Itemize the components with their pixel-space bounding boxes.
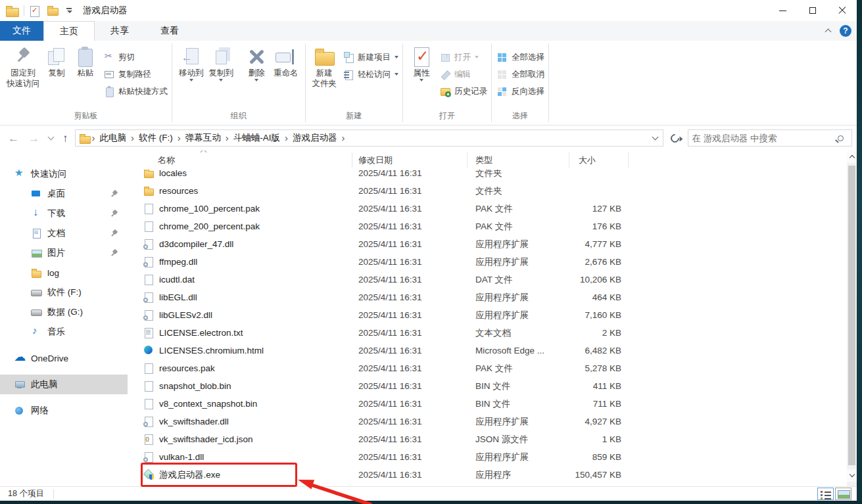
paste-button[interactable]: 粘贴 <box>71 43 100 80</box>
sidebar-item-downloads[interactable]: 下载 <box>0 204 128 223</box>
address-bar[interactable]: ›此电脑›软件 (F:)›弹幕互动›斗蛐蛐-AI版›游戏启动器› <box>75 129 663 147</box>
cut-button[interactable]: 剪切 <box>104 49 168 66</box>
easy-access-button[interactable]: 轻松访问 <box>343 66 398 83</box>
pin-to-quick-access-button[interactable]: 固定到 快速访问 <box>4 43 42 91</box>
column-header-size[interactable]: 大小 <box>579 154 596 166</box>
column-header-date[interactable]: 修改日期 <box>358 154 393 166</box>
minimize-button[interactable] <box>768 0 798 21</box>
dropdown-arrow-icon <box>395 56 398 58</box>
paste-shortcut-button[interactable]: 粘贴快捷方式 <box>104 83 168 100</box>
invert-selection-button[interactable]: 反向选择 <box>497 83 544 100</box>
sidebar-item-pictures[interactable]: 图片 <box>0 243 128 263</box>
invert-selection-icon <box>497 86 508 97</box>
breadcrumb-item[interactable]: 此电脑 <box>97 132 130 144</box>
close-button[interactable] <box>827 0 857 21</box>
tab-view[interactable]: 查看 <box>145 21 195 41</box>
file-row[interactable]: libGLESv2.dll2025/4/11 16:31应用程序扩展7,160 … <box>128 306 847 324</box>
file-size: 4,927 KB <box>496 417 621 426</box>
move-to-button[interactable]: 移动到 <box>176 43 206 83</box>
column-header-name[interactable]: 名称 <box>158 154 175 166</box>
file-row[interactable]: LICENSES.chromium.html2025/4/11 16:31Mic… <box>128 342 847 359</box>
back-button[interactable]: ← <box>8 133 19 144</box>
address-dropdown-button[interactable] <box>648 130 663 146</box>
new-item-button[interactable]: 新建项目 <box>343 49 398 66</box>
tab-file[interactable]: 文件 <box>0 21 43 41</box>
delete-button[interactable]: 删除 <box>242 43 271 83</box>
tab-home[interactable]: 主页 <box>43 21 95 41</box>
sidebar-item-label: 快速访问 <box>31 168 66 180</box>
up-button[interactable]: ↑ <box>62 133 68 144</box>
customize-toolbar-dropdown-icon[interactable] <box>66 7 72 14</box>
breadcrumb-separator-icon[interactable]: › <box>176 132 183 145</box>
file-row[interactable]: chrome_200_percent.pak2025/4/11 16:31PAK… <box>128 218 847 235</box>
help-icon[interactable]: ? <box>840 25 851 37</box>
sidebar-item-quick-access[interactable]: 快速访问 <box>0 164 128 184</box>
refresh-icon[interactable] <box>669 132 681 144</box>
vertical-scrollbar[interactable] <box>847 150 857 486</box>
file-row[interactable]: vk_swiftshader.dll2025/4/11 16:31应用程序扩展4… <box>128 413 847 430</box>
column-header-type[interactable]: 类型 <box>475 154 492 166</box>
file-size: 464 KB <box>496 292 621 302</box>
file-row[interactable]: d3dcompiler_47.dll2025/4/11 16:31应用程序扩展4… <box>128 235 847 253</box>
thumbnails-view-button[interactable] <box>835 488 851 500</box>
edit-button[interactable]: 编辑 <box>440 66 487 83</box>
search-input[interactable] <box>688 133 838 143</box>
properties-icon[interactable] <box>30 5 39 16</box>
column-separator[interactable] <box>628 152 629 168</box>
file-row[interactable]: vk_swiftshader_icd.json2025/4/11 16:31JS… <box>128 430 847 448</box>
sidebar-item-network[interactable]: 网络 <box>0 401 128 421</box>
recent-locations-dropdown-icon[interactable] <box>48 134 55 141</box>
sidebar-item-drive-f[interactable]: 软件 (F:) <box>0 283 128 302</box>
file-row[interactable]: snapshot_blob.bin2025/4/11 16:31BIN 文件41… <box>128 377 847 395</box>
file-row[interactable]: resources.pak2025/4/11 16:31PAK 文件5,278 … <box>128 359 847 377</box>
file-row[interactable]: icudtl.dat2025/4/11 16:31DAT 文件10,206 KB <box>128 271 847 288</box>
sidebar-item-onedrive[interactable]: OneDrive <box>0 348 128 368</box>
select-all-button[interactable]: 全部选择 <box>497 49 544 66</box>
details-view-button[interactable] <box>817 488 834 500</box>
breadcrumb-item[interactable]: 斗蛐蛐-AI版 <box>231 132 283 144</box>
copy-to-button[interactable]: 复制到 <box>206 43 237 83</box>
column-separator[interactable] <box>352 152 352 168</box>
sidebar-item-music[interactable]: 音乐 <box>0 322 128 342</box>
scrollbar-thumb[interactable] <box>848 166 855 465</box>
sidebar-item-drive-g[interactable]: 数据 (G:) <box>0 302 128 322</box>
file-row[interactable]: ffmpeg.dll2025/4/11 16:31应用程序扩展2,676 KB <box>128 253 847 271</box>
open-button[interactable]: 打开 <box>440 49 487 66</box>
breadcrumb-separator-icon[interactable]: › <box>90 132 97 145</box>
scroll-down-button[interactable] <box>847 469 857 482</box>
sidebar-item-this-pc[interactable]: 此电脑 <box>0 375 128 394</box>
copy-button[interactable]: 复制 <box>42 43 71 80</box>
copy-to-icon <box>209 45 233 68</box>
maximize-button[interactable] <box>798 0 827 21</box>
copy-path-button[interactable]: 复制路径 <box>104 66 168 83</box>
rename-button[interactable]: 重命名 <box>271 43 301 80</box>
file-row[interactable]: LICENSE.electron.txt2025/4/11 16:31文本文档2… <box>128 324 847 342</box>
search-box[interactable] <box>688 129 852 147</box>
file-row[interactable]: libEGL.dll2025/4/11 16:31应用程序扩展464 KB <box>128 288 847 306</box>
forward-button[interactable]: → <box>28 133 39 144</box>
new-folder-button[interactable]: 新建 文件夹 <box>310 43 340 91</box>
properties-button[interactable]: 属性 <box>407 43 436 83</box>
file-row[interactable]: v8_context_snapshot.bin2025/4/11 16:31BI… <box>128 395 847 413</box>
collapse-ribbon-icon[interactable] <box>825 29 832 35</box>
breadcrumb-item[interactable]: 弹幕互动 <box>183 132 224 144</box>
column-separator[interactable] <box>569 152 569 168</box>
scroll-up-button[interactable] <box>847 150 857 163</box>
tab-share[interactable]: 共享 <box>95 21 145 41</box>
sidebar-item-label: 数据 (G:) <box>47 306 83 318</box>
breadcrumb-separator-icon[interactable]: › <box>340 132 347 145</box>
breadcrumb-separator-icon[interactable]: › <box>129 132 136 145</box>
select-none-button[interactable]: 全部取消 <box>497 66 544 83</box>
breadcrumb-separator-icon[interactable]: › <box>283 132 290 145</box>
file-row[interactable]: chrome_100_percent.pak2025/4/11 16:31PAK… <box>128 200 847 218</box>
file-row[interactable]: resources2025/4/11 16:31文件夹 <box>128 182 847 200</box>
breadcrumb-item[interactable]: 软件 (F:) <box>136 132 176 144</box>
new-folder-qat-icon[interactable] <box>47 6 58 15</box>
breadcrumb-separator-icon[interactable]: › <box>224 132 231 145</box>
sidebar-item-log[interactable]: log <box>0 263 128 283</box>
sidebar-item-documents[interactable]: 文档 <box>0 223 128 243</box>
history-button[interactable]: 历史记录 <box>440 83 487 100</box>
breadcrumb-item[interactable]: 游戏启动器 <box>290 132 340 144</box>
sidebar-item-desktop[interactable]: 桌面 <box>0 184 128 204</box>
column-separator[interactable] <box>467 152 467 168</box>
